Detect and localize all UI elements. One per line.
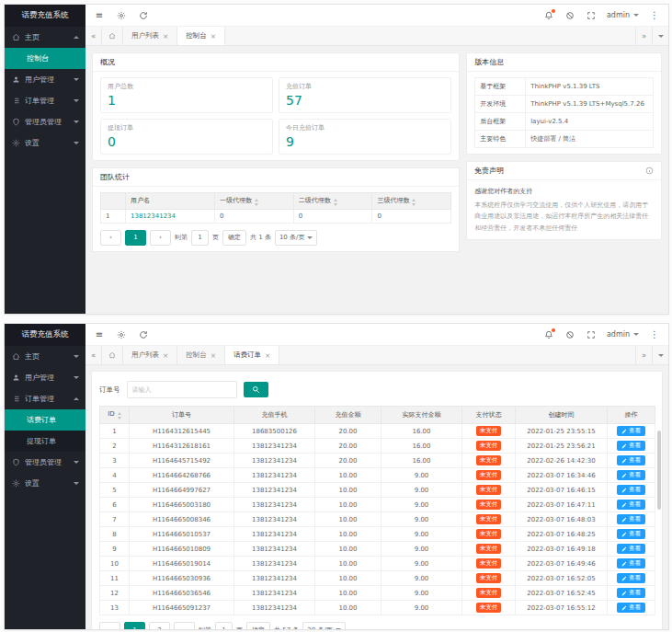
cell-action: 查看 (608, 586, 655, 601)
table-row: 4 H1164664268766 13812341234 10.00 9.00 … (100, 468, 655, 483)
sidebar-item-orders[interactable]: 订单管理 (5, 388, 85, 409)
page-unit-label: 页 (212, 233, 219, 242)
sidebar-item-label: 提现订单 (27, 436, 79, 446)
tabs-dropdown-button[interactable] (652, 346, 668, 364)
tabs-dropdown-button[interactable] (652, 27, 668, 45)
sidebar-item-home[interactable]: 主页 (5, 27, 85, 48)
more-icon[interactable]: ⋮ (649, 329, 660, 340)
view-button[interactable]: 查看 (617, 529, 645, 540)
column-header-level2[interactable]: 二级代理数 (293, 193, 372, 210)
notifications-icon[interactable] (543, 329, 554, 340)
next-page-button[interactable]: › (174, 622, 195, 629)
column-header-level1[interactable]: 一级代理数 (215, 193, 294, 210)
view-button[interactable]: 查看 (617, 441, 645, 452)
tab-console[interactable]: 控制台 × (177, 346, 225, 364)
goto-label: 到第 (199, 626, 211, 630)
tab-home[interactable] (102, 27, 123, 45)
tabs-scroll-right-button[interactable]: » (635, 346, 652, 364)
tab-users-list[interactable]: 用户列表 × (123, 346, 177, 364)
sort-icon[interactable] (412, 199, 416, 206)
gear-icon[interactable] (116, 10, 127, 21)
sidebar-item-admins[interactable]: 管理员管理 (5, 111, 85, 132)
index-column-header (101, 193, 126, 210)
view-button[interactable]: 查看 (617, 558, 645, 569)
column-header-id[interactable]: ID (100, 407, 130, 424)
sort-icon[interactable] (334, 199, 337, 206)
status-badge: 未支付 (476, 514, 502, 524)
tabs-scroll-right-button[interactable]: » (635, 27, 652, 45)
sort-icon[interactable] (255, 199, 258, 206)
close-icon[interactable]: × (163, 351, 168, 360)
sidebar-item-settings[interactable]: 设置 (5, 132, 85, 154)
view-button[interactable]: 查看 (617, 455, 645, 466)
per-page-select[interactable]: 10 条/页 (275, 230, 318, 246)
close-icon[interactable]: × (265, 351, 270, 360)
page-1-button[interactable]: 1 (124, 622, 145, 629)
confirm-page-button[interactable]: 确定 (246, 622, 270, 629)
page-input[interactable] (191, 230, 209, 246)
view-button[interactable]: 查看 (617, 470, 645, 481)
view-button[interactable]: 查看 (617, 603, 645, 614)
next-page-button[interactable]: › (150, 230, 171, 246)
sidebar-item-home[interactable]: 主页 (5, 346, 85, 367)
prev-page-button[interactable]: ‹ (100, 230, 121, 246)
close-icon[interactable]: × (211, 351, 216, 360)
sidebar-item-phone-orders[interactable]: 话费订单 (5, 409, 85, 431)
gear-icon[interactable] (116, 329, 127, 340)
sidebar-item-users[interactable]: 用户管理 (5, 367, 85, 388)
view-button[interactable]: 查看 (617, 573, 645, 584)
search-input[interactable] (127, 381, 237, 398)
search-button[interactable] (244, 382, 268, 397)
prev-page-button[interactable]: ‹ (99, 622, 120, 629)
sort-icon[interactable] (118, 412, 121, 419)
page-2-button[interactable]: 2 (149, 622, 170, 629)
tab-console[interactable]: 控制台 × (177, 27, 225, 45)
clear-cache-icon[interactable] (564, 10, 575, 21)
sidebar-item-users[interactable]: 用户管理 (5, 69, 85, 90)
page-input[interactable] (215, 622, 233, 629)
cell-created-time: 2022-03-07 16:48:03 (516, 512, 608, 527)
pagination: ‹ 1 › 到第 页 确定 共 1 条 10 条/页 (100, 230, 451, 246)
more-icon[interactable]: ⋮ (649, 10, 660, 21)
overview-card: 概况 用户总数 1 充值订单 (92, 52, 460, 161)
cell-status: 未支付 (462, 483, 516, 498)
user-menu[interactable]: admin (607, 11, 639, 19)
clear-cache-icon[interactable] (564, 329, 575, 340)
refresh-icon[interactable] (138, 10, 149, 21)
view-button[interactable]: 查看 (617, 588, 645, 599)
close-icon[interactable]: × (163, 32, 168, 40)
tab-home[interactable] (102, 346, 123, 364)
refresh-icon[interactable] (138, 329, 149, 340)
fullscreen-icon[interactable] (586, 329, 597, 340)
sidebar-item-console[interactable]: 控制台 (5, 48, 85, 69)
tab-users-list[interactable]: 用户列表 × (123, 27, 177, 45)
menu-toggle-icon[interactable]: ≡ (94, 329, 105, 340)
view-button[interactable]: 查看 (617, 544, 645, 555)
table-scrollbar[interactable] (657, 431, 661, 510)
sidebar-item-orders[interactable]: 订单管理 (5, 90, 85, 111)
view-button[interactable]: 查看 (617, 426, 645, 437)
version-row: 开发环境 ThinkPHP v5.1.39 LTS+Mysql5.7.26 (475, 96, 654, 113)
tabs-scroll-left-button[interactable]: « (85, 27, 102, 45)
view-button[interactable]: 查看 (617, 500, 645, 511)
sidebar-item-withdraw-orders[interactable]: 提现订单 (5, 431, 85, 452)
tabs-scroll-left-button[interactable]: « (85, 346, 102, 364)
cell-status: 未支付 (462, 468, 516, 483)
sidebar-item-admins[interactable]: 管理员管理 (5, 452, 85, 473)
username-link[interactable]: 13812341234 (126, 209, 215, 223)
confirm-page-button[interactable]: 确定 (222, 230, 246, 246)
column-header-level3[interactable]: 三级代理数 (372, 193, 451, 210)
close-icon[interactable]: × (211, 32, 216, 40)
per-page-select[interactable]: 30 条/页 (302, 622, 346, 629)
menu-toggle-icon[interactable]: ≡ (94, 10, 105, 21)
sidebar-item-settings[interactable]: 设置 (5, 473, 85, 494)
tab-phone-orders[interactable]: 话费订单 × (225, 346, 279, 364)
view-button[interactable]: 查看 (617, 485, 645, 496)
status-badge: 未支付 (476, 441, 502, 451)
view-button[interactable]: 查看 (617, 514, 645, 525)
notifications-icon[interactable] (543, 10, 554, 21)
page-1-button[interactable]: 1 (125, 230, 146, 246)
fullscreen-icon[interactable] (586, 10, 597, 21)
user-menu[interactable]: admin (607, 330, 639, 339)
disclaimer-lead: 感谢您对作者的支持 (474, 187, 654, 196)
